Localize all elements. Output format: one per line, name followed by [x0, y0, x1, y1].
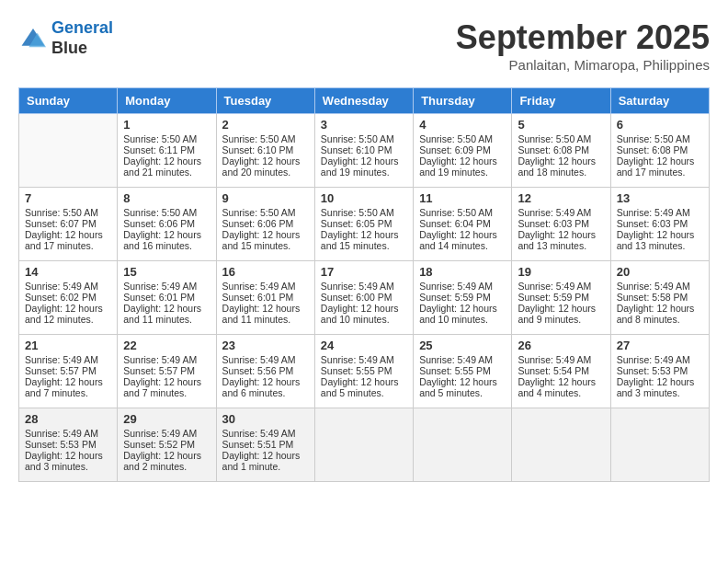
calendar-day-cell — [512, 408, 610, 482]
day-info-line: Daylight: 12 hours — [222, 303, 309, 314]
day-info-line: Sunrise: 5:49 AM — [518, 281, 604, 292]
calendar-day-cell: 18Sunrise: 5:49 AMSunset: 5:59 PMDayligh… — [414, 261, 512, 335]
calendar-day-cell: 9Sunrise: 5:50 AMSunset: 6:06 PMDaylight… — [216, 188, 314, 261]
day-number: 14 — [25, 265, 111, 279]
day-info-line: and 6 minutes. — [222, 387, 309, 398]
day-info-line: and 11 minutes. — [123, 314, 210, 325]
day-info-line: Sunset: 5:52 PM — [123, 439, 210, 450]
day-info-line: Sunset: 5:54 PM — [518, 365, 604, 376]
day-number: 9 — [222, 191, 309, 205]
calendar-day-cell: 16Sunrise: 5:49 AMSunset: 6:01 PMDayligh… — [216, 261, 314, 335]
weekday-header-cell: Saturday — [610, 88, 709, 114]
day-number: 24 — [321, 339, 407, 352]
day-info-line: Sunrise: 5:50 AM — [617, 133, 703, 144]
calendar-day-cell: 26Sunrise: 5:49 AMSunset: 5:54 PMDayligh… — [512, 335, 610, 408]
day-info-line: Sunrise: 5:49 AM — [123, 428, 210, 439]
day-info-line: Sunset: 6:04 PM — [419, 218, 506, 229]
day-number: 12 — [518, 191, 604, 205]
calendar-day-cell: 2Sunrise: 5:50 AMSunset: 6:10 PMDaylight… — [216, 114, 314, 188]
calendar-day-cell: 27Sunrise: 5:49 AMSunset: 5:53 PMDayligh… — [610, 335, 709, 408]
day-info-line: and 11 minutes. — [222, 314, 309, 325]
day-info-line: Sunset: 6:11 PM — [123, 144, 210, 155]
day-info-line: Daylight: 12 hours — [321, 229, 407, 240]
day-info-line: Daylight: 12 hours — [419, 229, 506, 240]
day-info-line: and 15 minutes. — [321, 240, 407, 251]
day-info-line: Sunset: 6:03 PM — [518, 218, 604, 229]
day-info-line: Sunrise: 5:49 AM — [222, 354, 309, 365]
day-info-line: Sunrise: 5:50 AM — [222, 207, 309, 218]
calendar-day-cell: 28Sunrise: 5:49 AMSunset: 5:53 PMDayligh… — [19, 408, 118, 482]
day-info-line: and 7 minutes. — [25, 387, 111, 398]
day-number: 1 — [123, 118, 210, 132]
calendar-day-cell: 8Sunrise: 5:50 AMSunset: 6:06 PMDaylight… — [118, 188, 216, 261]
calendar-day-cell: 20Sunrise: 5:49 AMSunset: 5:58 PMDayligh… — [610, 261, 709, 335]
day-info-line: Sunrise: 5:49 AM — [419, 281, 506, 292]
calendar-week-row: 21Sunrise: 5:49 AMSunset: 5:57 PMDayligh… — [19, 335, 710, 408]
day-info-line: Sunrise: 5:49 AM — [25, 354, 111, 365]
location: Panlaitan, Mimaropa, Philippines — [456, 57, 710, 73]
calendar-week-row: 7Sunrise: 5:50 AMSunset: 6:07 PMDaylight… — [19, 188, 710, 261]
day-info-line: Sunset: 5:53 PM — [617, 365, 703, 376]
day-number: 13 — [617, 191, 703, 205]
day-number: 7 — [25, 191, 111, 205]
day-info-line: Sunset: 6:10 PM — [222, 144, 309, 155]
calendar-day-cell — [314, 408, 413, 482]
day-info-line: and 2 minutes. — [123, 461, 210, 472]
day-info-line: Daylight: 12 hours — [321, 303, 407, 314]
day-info-line: Sunset: 5:57 PM — [25, 365, 111, 376]
day-info-line: Sunrise: 5:49 AM — [518, 207, 604, 218]
day-info-line: Sunrise: 5:49 AM — [518, 354, 604, 365]
day-info-line: Sunset: 6:09 PM — [419, 144, 506, 155]
day-number: 2 — [222, 118, 309, 132]
day-info-line: Sunrise: 5:49 AM — [321, 354, 407, 365]
day-info-line: Daylight: 12 hours — [419, 376, 506, 387]
day-number: 8 — [123, 191, 210, 205]
day-info-line: Sunset: 5:59 PM — [518, 292, 604, 303]
day-number: 19 — [518, 265, 604, 279]
day-info-line: Sunrise: 5:50 AM — [321, 133, 407, 144]
calendar-day-cell: 30Sunrise: 5:49 AMSunset: 5:51 PMDayligh… — [216, 408, 314, 482]
day-number: 20 — [617, 265, 703, 279]
day-info-line: and 3 minutes. — [25, 461, 111, 472]
day-info-line: Sunrise: 5:50 AM — [222, 133, 309, 144]
day-info-line: and 10 minutes. — [321, 314, 407, 325]
calendar-day-cell: 4Sunrise: 5:50 AMSunset: 6:09 PMDaylight… — [414, 114, 512, 188]
weekday-header-cell: Wednesday — [314, 88, 413, 114]
day-info-line: and 21 minutes. — [123, 167, 210, 178]
day-info-line: Daylight: 12 hours — [518, 376, 604, 387]
day-info-line: and 13 minutes. — [617, 240, 703, 251]
day-number: 28 — [25, 412, 111, 426]
day-info-line: and 20 minutes. — [222, 167, 309, 178]
day-info-line: Sunrise: 5:49 AM — [123, 354, 210, 365]
day-info-line: and 19 minutes. — [419, 167, 506, 178]
day-info-line: and 17 minutes. — [25, 240, 111, 251]
day-info-line: Sunrise: 5:50 AM — [123, 207, 210, 218]
day-info-line: Sunset: 6:08 PM — [617, 144, 703, 155]
calendar-day-cell: 5Sunrise: 5:50 AMSunset: 6:08 PMDaylight… — [512, 114, 610, 188]
day-info-line: Daylight: 12 hours — [617, 303, 703, 314]
day-info-line: Daylight: 12 hours — [123, 376, 210, 387]
day-info-line: and 1 minute. — [222, 461, 309, 472]
day-info-line: Sunset: 5:57 PM — [123, 365, 210, 376]
day-info-line: Daylight: 12 hours — [518, 155, 604, 167]
day-info-line: and 9 minutes. — [518, 314, 604, 325]
day-info-line: and 4 minutes. — [518, 387, 604, 398]
day-info-line: and 12 minutes. — [25, 314, 111, 325]
day-info-line: Daylight: 12 hours — [419, 155, 506, 167]
day-info-line: Sunset: 5:58 PM — [617, 292, 703, 303]
day-info-line: Sunset: 6:00 PM — [321, 292, 407, 303]
day-info-line: Sunset: 5:51 PM — [222, 439, 309, 450]
day-info-line: Sunrise: 5:49 AM — [617, 207, 703, 218]
day-info-line: and 3 minutes. — [617, 387, 703, 398]
calendar-day-cell: 14Sunrise: 5:49 AMSunset: 6:02 PMDayligh… — [19, 261, 118, 335]
calendar-day-cell — [19, 114, 118, 188]
day-number: 21 — [25, 339, 111, 352]
day-info-line: Sunrise: 5:49 AM — [321, 281, 407, 292]
day-info-line: Daylight: 12 hours — [123, 303, 210, 314]
weekday-header-cell: Sunday — [19, 88, 118, 114]
day-info-line: Sunrise: 5:49 AM — [222, 428, 309, 439]
day-info-line: Sunrise: 5:49 AM — [25, 281, 111, 292]
day-number: 15 — [123, 265, 210, 279]
day-number: 3 — [321, 118, 407, 132]
day-info-line: Sunrise: 5:49 AM — [617, 354, 703, 365]
